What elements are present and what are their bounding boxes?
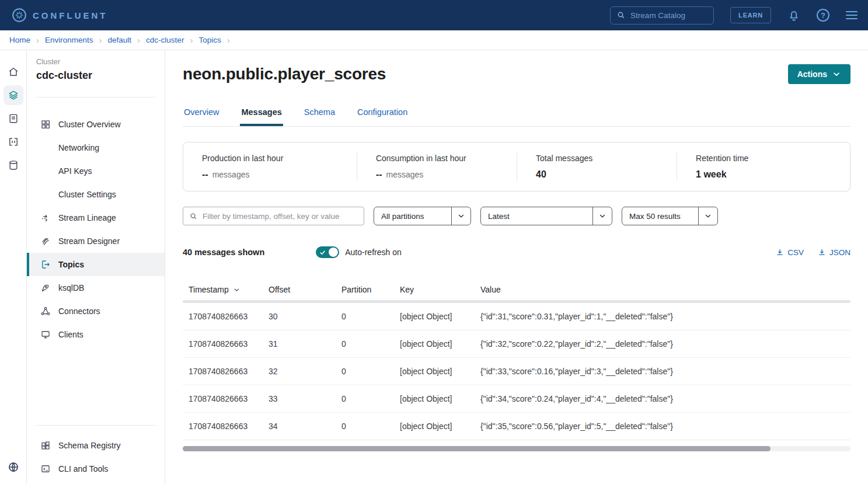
sidebar-menu: Cluster Overview Networking API Keys Clu… (27, 113, 165, 346)
partition-select[interactable]: All partitions (374, 207, 471, 225)
globe-icon[interactable] (4, 457, 23, 477)
breadcrumb-default[interactable]: default (108, 36, 132, 44)
cluster-sidebar: Cluster cdc-cluster Cluster Overview Net… (27, 50, 165, 484)
cell-timestamp: 1708740826663 (189, 394, 269, 403)
stat-value: 40 (536, 169, 546, 180)
help-icon[interactable]: ? (817, 9, 829, 22)
sidebar-item-label: Connectors (58, 307, 100, 316)
topic-stats-card: Production in last hour -- messages Cons… (183, 142, 850, 191)
auto-refresh-toggle[interactable] (316, 246, 339, 258)
download-json-link[interactable]: JSON (818, 248, 850, 257)
database-icon[interactable] (4, 155, 23, 175)
column-header-offset: Offset (269, 285, 341, 294)
horizontal-scrollbar (183, 446, 850, 451)
table-row[interactable]: 1708740826663 34 0 [object Object] {"id"… (183, 413, 850, 440)
sidebar-item-stream-designer[interactable]: Stream Designer (27, 229, 165, 253)
sidebar-item-stream-lineage[interactable]: Stream Lineage (27, 206, 165, 229)
sidebar-item-label: Cluster Overview (58, 120, 121, 129)
sidebar-divider (36, 97, 155, 98)
terminal-icon (40, 464, 51, 474)
download-icon (818, 248, 826, 256)
cell-partition: 0 (341, 422, 400, 431)
breadcrumb-separator-icon: › (137, 36, 140, 44)
table-header: Timestamp Offset Partition Key Value (183, 279, 850, 300)
home-icon[interactable] (4, 62, 23, 82)
sidebar-item-cli-and-tools[interactable]: CLI and Tools (27, 457, 165, 480)
cell-offset: 32 (269, 367, 341, 376)
stream-designer-icon (40, 236, 51, 246)
breadcrumb-topics[interactable]: Topics (198, 36, 221, 44)
grid-icon (40, 119, 51, 130)
breadcrumb-home[interactable]: Home (9, 36, 30, 44)
stream-catalog-input[interactable] (630, 11, 700, 20)
check-icon (319, 249, 326, 256)
search-icon (189, 212, 198, 221)
horizontal-scrollbar-thumb[interactable] (183, 446, 771, 451)
offset-select[interactable]: Latest (480, 207, 612, 225)
flink-icon[interactable] (4, 132, 23, 152)
download-csv-link[interactable]: CSV (776, 248, 804, 257)
cell-timestamp: 1708740826663 (189, 367, 269, 376)
sidebar-item-clients[interactable]: Clients (27, 323, 165, 346)
cluster-label: Cluster (27, 57, 165, 66)
auto-refresh-label: Auto-refresh on (345, 248, 402, 257)
sidebar-item-label: Schema Registry (58, 441, 121, 450)
sidebar-item-api-keys[interactable]: API Keys (27, 159, 165, 183)
table-row[interactable]: 1708740826663 30 0 [object Object] {"id"… (183, 303, 850, 330)
tab-schema[interactable]: Schema (303, 107, 336, 126)
sidebar-item-topics[interactable]: Topics (27, 253, 165, 276)
breadcrumb: Home › Environments › default › cdc-clus… (0, 30, 868, 50)
tab-configuration[interactable]: Configuration (356, 107, 409, 126)
sidebar-item-cluster-settings[interactable]: Cluster Settings (27, 183, 165, 206)
cell-value: {"id":33,"score":0.16,"player_id":3,"__d… (480, 367, 845, 376)
cell-partition: 0 (341, 394, 400, 403)
breadcrumb-cluster[interactable]: cdc-cluster (146, 36, 184, 44)
sidebar-item-label: Cluster Settings (58, 190, 116, 199)
breadcrumb-separator-icon: › (190, 36, 193, 44)
sidebar-footer: Schema Registry CLI and Tools (27, 425, 165, 484)
icon-rail (0, 50, 27, 484)
toggle-knob (329, 248, 338, 257)
menu-hamburger-icon[interactable] (846, 11, 857, 19)
column-header-timestamp[interactable]: Timestamp (189, 285, 269, 294)
column-header-partition: Partition (341, 285, 400, 294)
cell-value: {"id":32,"score":0.22,"player_id":2,"__d… (480, 339, 845, 349)
sidebar-item-label: Stream Designer (58, 236, 120, 246)
cell-value: {"id":35,"score":0.56,"player_id":5,"__d… (480, 422, 845, 431)
chevron-down-icon (451, 207, 470, 225)
messages-shown-count: 40 messages shown (183, 248, 264, 257)
actions-button[interactable]: Actions (788, 64, 850, 84)
stat-consumption: Consumption in last hour -- messages (357, 152, 517, 181)
table-row[interactable]: 1708740826663 31 0 [object Object] {"id"… (183, 330, 850, 358)
sidebar-item-connectors[interactable]: Connectors (27, 300, 165, 323)
table-row[interactable]: 1708740826663 32 0 [object Object] {"id"… (183, 358, 850, 385)
message-filter-input[interactable] (203, 212, 358, 221)
sidebar-item-networking[interactable]: Networking (27, 136, 165, 159)
sidebar-item-label: CLI and Tools (58, 464, 108, 473)
breadcrumb-separator-icon: › (227, 36, 230, 44)
sidebar-item-schema-registry[interactable]: Schema Registry (27, 434, 165, 457)
table-row[interactable]: 1708740826663 33 0 [object Object] {"id"… (183, 385, 850, 413)
sidebar-item-ksqldb[interactable]: ksqlDB (27, 276, 165, 300)
confluent-logo-icon (12, 8, 27, 23)
learn-button[interactable]: LEARN (730, 7, 771, 23)
data-portal-icon[interactable] (4, 109, 23, 128)
sidebar-item-label: Topics (58, 260, 84, 269)
chevron-down-icon (698, 207, 717, 225)
tab-overview[interactable]: Overview (183, 107, 220, 126)
topic-tabs: Overview Messages Schema Configuration (183, 107, 850, 127)
breadcrumb-separator-icon: › (99, 36, 102, 44)
result-limit-select[interactable]: Max 50 results (622, 207, 718, 225)
message-filter-search[interactable] (183, 207, 364, 225)
messages-table: Timestamp Offset Partition Key Value 170… (183, 279, 850, 451)
sidebar-item-cluster-overview[interactable]: Cluster Overview (27, 113, 165, 136)
topics-icon (40, 259, 51, 270)
download-icon (776, 248, 784, 256)
environments-icon[interactable] (4, 85, 23, 105)
tab-messages[interactable]: Messages (240, 107, 283, 126)
sidebar-item-label: Networking (58, 143, 99, 152)
notifications-bell-icon[interactable] (787, 9, 800, 22)
breadcrumb-environments[interactable]: Environments (45, 36, 93, 44)
stream-catalog-search[interactable] (610, 6, 714, 25)
confluent-logo[interactable]: CONFLUENT (12, 8, 108, 23)
